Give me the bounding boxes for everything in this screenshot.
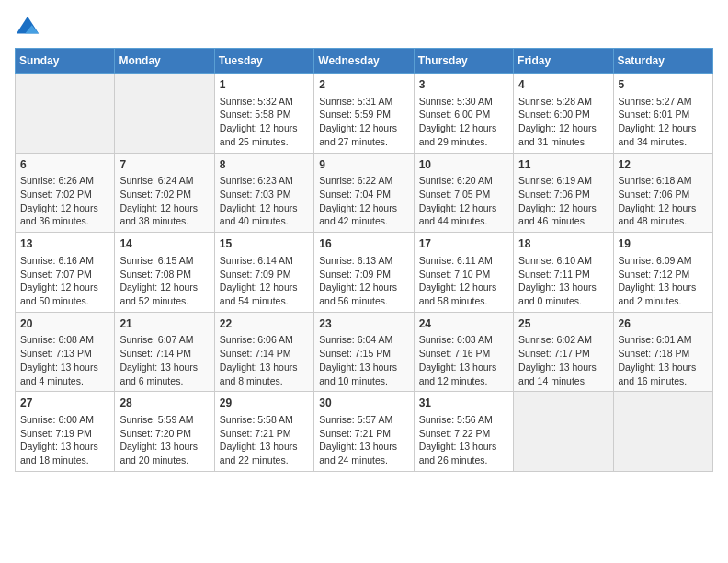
sunset-text: Sunset: 7:05 PM (419, 188, 508, 201)
sunrise-text: Sunrise: 6:18 AM (619, 174, 708, 188)
sunrise-text: Sunrise: 6:19 AM (518, 174, 608, 188)
daylight-text: Daylight: 12 hours and 40 minutes. (220, 201, 309, 228)
calendar-cell: 20Sunrise: 6:08 AMSunset: 7:13 PMDayligh… (16, 312, 115, 392)
daylight-text: Daylight: 13 hours and 2 minutes. (619, 281, 708, 307)
sunset-text: Sunset: 7:22 PM (419, 427, 508, 441)
calendar-cell: 16Sunrise: 6:13 AMSunset: 7:09 PMDayligh… (314, 233, 414, 313)
sunset-text: Sunset: 7:13 PM (20, 347, 109, 361)
day-number: 17 (419, 236, 508, 252)
sunrise-text: Sunrise: 6:00 AM (20, 413, 109, 427)
daylight-text: Daylight: 12 hours and 25 minutes. (220, 121, 309, 148)
calendar-cell (613, 392, 712, 472)
sunrise-text: Sunrise: 6:22 AM (319, 174, 408, 188)
sunrise-text: Sunrise: 5:27 AM (619, 95, 708, 109)
daylight-text: Daylight: 13 hours and 14 minutes. (518, 361, 608, 387)
page-header (15, 15, 713, 40)
sunset-text: Sunset: 7:17 PM (518, 347, 608, 361)
calendar-cell: 18Sunrise: 6:10 AMSunset: 7:11 PMDayligh… (514, 233, 613, 313)
calendar-cell: 13Sunrise: 6:16 AMSunset: 7:07 PMDayligh… (16, 233, 115, 313)
sunrise-text: Sunrise: 6:11 AM (419, 254, 508, 268)
sunset-text: Sunset: 7:16 PM (419, 347, 508, 361)
day-number: 16 (319, 236, 408, 252)
daylight-text: Daylight: 12 hours and 36 minutes. (20, 201, 109, 228)
calendar-cell: 28Sunrise: 5:59 AMSunset: 7:20 PMDayligh… (115, 392, 214, 472)
daylight-text: Daylight: 13 hours and 22 minutes. (220, 440, 309, 466)
header-day: Tuesday (214, 49, 313, 74)
sunset-text: Sunset: 7:03 PM (220, 188, 309, 201)
calendar-cell (115, 74, 214, 154)
daylight-text: Daylight: 13 hours and 10 minutes. (319, 361, 408, 387)
calendar-cell: 26Sunrise: 6:01 AMSunset: 7:18 PMDayligh… (613, 312, 712, 392)
sunset-text: Sunset: 5:58 PM (220, 108, 309, 121)
day-number: 1 (220, 77, 309, 93)
calendar-cell: 31Sunrise: 5:56 AMSunset: 7:22 PMDayligh… (414, 392, 513, 472)
calendar-cell: 4Sunrise: 5:28 AMSunset: 6:00 PMDaylight… (514, 74, 613, 154)
calendar-cell: 27Sunrise: 6:00 AMSunset: 7:19 PMDayligh… (16, 392, 115, 472)
daylight-text: Daylight: 12 hours and 58 minutes. (419, 281, 508, 307)
day-number: 30 (319, 396, 408, 411)
day-number: 28 (119, 396, 209, 411)
sunset-text: Sunset: 7:18 PM (619, 347, 708, 361)
sunset-text: Sunset: 7:02 PM (20, 188, 109, 201)
calendar-row: 20Sunrise: 6:08 AMSunset: 7:13 PMDayligh… (16, 312, 713, 392)
sunset-text: Sunset: 7:14 PM (119, 347, 209, 361)
daylight-text: Daylight: 13 hours and 24 minutes. (319, 440, 408, 466)
sunrise-text: Sunrise: 6:10 AM (518, 254, 608, 268)
calendar-row: 27Sunrise: 6:00 AMSunset: 7:19 PMDayligh… (16, 392, 713, 472)
sunset-text: Sunset: 7:06 PM (518, 188, 608, 201)
daylight-text: Daylight: 13 hours and 0 minutes. (518, 281, 608, 307)
sunrise-text: Sunrise: 6:08 AM (20, 333, 109, 347)
calendar-body: 1Sunrise: 5:32 AMSunset: 5:58 PMDaylight… (16, 74, 713, 472)
calendar-row: 13Sunrise: 6:16 AMSunset: 7:07 PMDayligh… (16, 233, 713, 313)
calendar-cell: 6Sunrise: 6:26 AMSunset: 7:02 PMDaylight… (16, 153, 115, 233)
sunset-text: Sunset: 7:06 PM (619, 188, 708, 201)
day-number: 4 (518, 77, 608, 93)
header-day: Wednesday (314, 49, 414, 74)
daylight-text: Daylight: 13 hours and 12 minutes. (419, 361, 508, 387)
day-number: 18 (518, 236, 608, 252)
calendar-cell: 30Sunrise: 5:57 AMSunset: 7:21 PMDayligh… (314, 392, 414, 472)
sunrise-text: Sunrise: 6:14 AM (220, 254, 309, 268)
sunrise-text: Sunrise: 6:26 AM (20, 174, 109, 188)
calendar-cell: 17Sunrise: 6:11 AMSunset: 7:10 PMDayligh… (414, 233, 513, 313)
day-number: 31 (419, 396, 508, 411)
header-day: Saturday (613, 49, 712, 74)
sunrise-text: Sunrise: 6:16 AM (20, 254, 109, 268)
calendar-cell: 24Sunrise: 6:03 AMSunset: 7:16 PMDayligh… (414, 312, 513, 392)
daylight-text: Daylight: 12 hours and 31 minutes. (518, 121, 608, 148)
day-number: 29 (220, 396, 309, 411)
sunrise-text: Sunrise: 6:04 AM (319, 333, 408, 347)
sunrise-text: Sunrise: 6:24 AM (119, 174, 209, 188)
sunrise-text: Sunrise: 6:09 AM (619, 254, 708, 268)
calendar-table: SundayMondayTuesdayWednesdayThursdayFrid… (15, 48, 713, 472)
daylight-text: Daylight: 12 hours and 54 minutes. (220, 281, 309, 307)
sunset-text: Sunset: 7:20 PM (119, 427, 209, 441)
day-number: 25 (518, 316, 608, 332)
sunrise-text: Sunrise: 6:07 AM (119, 333, 209, 347)
calendar-cell: 25Sunrise: 6:02 AMSunset: 7:17 PMDayligh… (514, 312, 613, 392)
sunset-text: Sunset: 7:15 PM (319, 347, 408, 361)
calendar-cell: 19Sunrise: 6:09 AMSunset: 7:12 PMDayligh… (613, 233, 712, 313)
calendar-cell: 21Sunrise: 6:07 AMSunset: 7:14 PMDayligh… (115, 312, 214, 392)
sunrise-text: Sunrise: 6:06 AM (220, 333, 309, 347)
daylight-text: Daylight: 12 hours and 38 minutes. (119, 201, 209, 228)
calendar-cell: 23Sunrise: 6:04 AMSunset: 7:15 PMDayligh… (314, 312, 414, 392)
daylight-text: Daylight: 12 hours and 29 minutes. (419, 121, 508, 148)
sunset-text: Sunset: 7:08 PM (119, 268, 209, 282)
day-number: 11 (518, 157, 608, 173)
sunrise-text: Sunrise: 5:30 AM (419, 95, 508, 109)
daylight-text: Daylight: 12 hours and 52 minutes. (119, 281, 209, 307)
header-day: Friday (514, 49, 613, 74)
day-number: 9 (319, 157, 408, 173)
daylight-text: Daylight: 12 hours and 42 minutes. (319, 201, 408, 228)
day-number: 21 (119, 316, 209, 332)
daylight-text: Daylight: 12 hours and 46 minutes. (518, 201, 608, 228)
daylight-text: Daylight: 13 hours and 20 minutes. (119, 440, 209, 466)
calendar-row: 6Sunrise: 6:26 AMSunset: 7:02 PMDaylight… (16, 153, 713, 233)
daylight-text: Daylight: 13 hours and 18 minutes. (20, 440, 109, 466)
day-number: 15 (220, 236, 309, 252)
day-number: 26 (619, 316, 708, 332)
sunset-text: Sunset: 6:01 PM (619, 108, 708, 121)
calendar-cell (514, 392, 613, 472)
sunrise-text: Sunrise: 6:15 AM (119, 254, 209, 268)
